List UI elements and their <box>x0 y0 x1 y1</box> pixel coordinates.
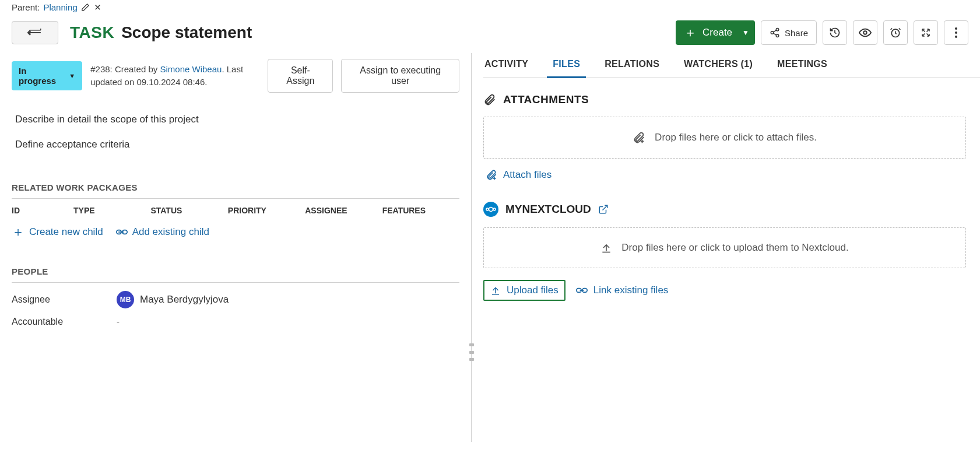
svg-point-10 <box>489 208 493 212</box>
related-headers: ID TYPE STATUS PRIORITY ASSIGNEE FEATURE… <box>12 199 459 220</box>
assignee-row: Assignee MB Maya Berdygylyjova <box>12 283 459 317</box>
tabs: ACTIVITY FILES RELATIONS WATCHERS (1) ME… <box>483 53 980 78</box>
back-button[interactable] <box>12 21 58 44</box>
share-icon <box>770 27 780 38</box>
attachments-drop-text: Drop files here or click to attach files… <box>655 132 817 143</box>
expand-icon <box>921 27 931 38</box>
assignee-name: Maya Berdygylyjova <box>140 294 229 305</box>
parent-label: Parent: <box>12 2 40 12</box>
edit-parent-icon[interactable] <box>81 3 90 12</box>
meta-text: #238: Created by Simone Wibeau. Last upd… <box>90 63 259 89</box>
tab-activity[interactable]: ACTIVITY <box>483 59 529 78</box>
self-assign-button[interactable]: Self-Assign <box>268 59 333 93</box>
col-assignee: ASSIGNEE <box>305 206 382 215</box>
link-icon <box>576 286 588 295</box>
add-existing-child-link[interactable]: Add existing child <box>116 226 209 238</box>
col-type: TYPE <box>73 206 150 215</box>
attachments-title: ATTACHMENTS <box>483 93 966 106</box>
parent-breadcrumb: Parent: Planning <box>0 0 980 16</box>
meta-row: In progress ▼ #238: Created by Simone Wi… <box>12 53 459 102</box>
link-existing-label: Link existing files <box>593 285 669 296</box>
nextcloud-icon <box>483 202 498 217</box>
assignee-label: Assignee <box>12 294 117 305</box>
nextcloud-dropzone[interactable]: Drop files here or click to upload them … <box>483 227 966 268</box>
link-existing-files-link[interactable]: Link existing files <box>574 281 671 300</box>
assign-executing-button[interactable]: Assign to executing user <box>341 59 459 93</box>
plus-icon: ＋ <box>684 26 697 39</box>
attach-files-link[interactable]: Attach files <box>483 164 966 181</box>
upload-files-button[interactable]: Upload files <box>483 280 565 301</box>
desc-line: Describe in detail the scope of this pro… <box>15 111 456 128</box>
svg-point-7 <box>955 36 957 38</box>
history-icon <box>829 27 841 38</box>
accountable-row: Accountable - <box>12 317 459 335</box>
work-package-type: TASK <box>70 23 114 42</box>
attach-upload-icon <box>633 131 645 144</box>
col-features: FEATURES <box>382 206 459 215</box>
desc-line: Define acceptance criteria <box>15 136 456 153</box>
create-label: Create <box>702 27 732 38</box>
status-label: In progress <box>19 66 64 86</box>
chevron-down-icon: ▼ <box>738 29 749 37</box>
attach-files-label: Attach files <box>503 169 552 181</box>
attachments-label: ATTACHMENTS <box>503 93 589 106</box>
clear-parent-icon[interactable] <box>93 3 102 12</box>
avatar: MB <box>117 291 134 308</box>
assignee-value[interactable]: MB Maya Berdygylyjova <box>117 291 229 308</box>
svg-point-3 <box>863 31 867 34</box>
col-priority: PRIORITY <box>228 206 305 215</box>
nextcloud-label: MYNEXTCLOUD <box>505 203 591 216</box>
upload-files-label: Upload files <box>507 285 559 296</box>
parent-link[interactable]: Planning <box>43 2 77 12</box>
eye-icon <box>859 28 872 37</box>
tab-files[interactable]: FILES <box>552 59 581 78</box>
header: TASK Scope statement ＋ Create ▼ Share <box>0 16 980 53</box>
upload-icon <box>490 285 501 296</box>
history-button[interactable] <box>823 20 847 45</box>
attachments-dropzone[interactable]: Drop files here or click to attach files… <box>483 117 966 159</box>
share-button[interactable]: Share <box>761 20 817 45</box>
resize-handle[interactable] <box>469 343 474 361</box>
clock-icon <box>890 27 901 38</box>
related-section-title: RELATED WORK PACKAGES <box>12 163 459 199</box>
chevron-down-icon: ▼ <box>69 72 75 79</box>
link-icon <box>116 228 128 236</box>
svg-point-1 <box>771 31 774 34</box>
svg-point-2 <box>776 34 779 37</box>
svg-point-5 <box>955 27 957 30</box>
svg-point-11 <box>486 208 489 210</box>
col-status: STATUS <box>150 206 227 215</box>
svg-point-0 <box>776 29 779 31</box>
add-existing-label: Add existing child <box>132 226 209 238</box>
create-child-label: Create new child <box>29 226 103 238</box>
svg-point-6 <box>955 31 957 34</box>
reminder-button[interactable] <box>883 20 908 45</box>
kebab-icon <box>954 27 958 38</box>
upload-icon <box>600 242 612 254</box>
status-dropdown[interactable]: In progress ▼ <box>12 61 82 90</box>
nextcloud-drop-text: Drop files here or click to upload them … <box>621 242 848 254</box>
plus-icon: ＋ <box>12 223 24 241</box>
watch-button[interactable] <box>853 20 877 45</box>
svg-point-12 <box>493 208 496 210</box>
accountable-label: Accountable <box>12 317 117 327</box>
share-label: Share <box>785 28 808 38</box>
nextcloud-title: MYNEXTCLOUD <box>483 181 966 217</box>
fullscreen-button[interactable] <box>914 20 938 45</box>
accountable-value[interactable]: - <box>117 317 120 326</box>
people-section-title: PEOPLE <box>12 247 459 283</box>
tab-meetings[interactable]: MEETINGS <box>776 59 828 78</box>
create-child-link[interactable]: ＋ Create new child <box>12 223 103 241</box>
author-link[interactable]: Simone Wibeau <box>160 64 222 74</box>
paperclip-icon <box>483 93 496 106</box>
col-id: ID <box>12 206 73 215</box>
open-external-icon[interactable] <box>598 204 609 215</box>
paperclip-icon <box>486 169 497 181</box>
tab-relations[interactable]: RELATIONS <box>603 59 661 78</box>
more-button[interactable] <box>944 20 968 45</box>
description[interactable]: Describe in detail the scope of this pro… <box>12 102 459 163</box>
meta-prefix: #238: Created by <box>90 64 160 74</box>
tab-watchers[interactable]: WATCHERS (1) <box>683 59 754 78</box>
page-title[interactable]: Scope statement <box>121 23 252 42</box>
create-button[interactable]: ＋ Create ▼ <box>676 20 755 45</box>
